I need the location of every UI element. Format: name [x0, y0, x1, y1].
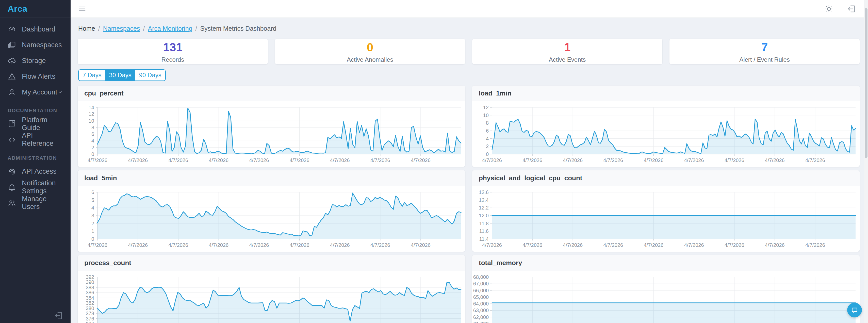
sidebar-item-namespaces[interactable]: Namespaces	[0, 37, 70, 53]
svg-text:382: 382	[86, 300, 94, 306]
chart-plot[interactable]: 3743763783803823843863883903924/7/20264/…	[78, 271, 465, 323]
range-button-30-days[interactable]: 30 Days	[105, 70, 135, 81]
fingerprint-icon	[8, 167, 16, 176]
svg-text:4/7/2026: 4/7/2026	[330, 157, 350, 163]
svg-text:4/7/2026: 4/7/2026	[482, 242, 502, 248]
stat-value: 0	[367, 41, 373, 53]
chart-title: process_count	[84, 259, 459, 267]
svg-text:386: 386	[86, 290, 94, 295]
stat-label: Records	[161, 56, 184, 63]
sidebar-item-label: Platform Guide	[22, 116, 63, 132]
svg-text:4/7/2026: 4/7/2026	[644, 242, 663, 248]
sidebar-item-label: API Access	[22, 168, 57, 175]
svg-text:4/7/2026: 4/7/2026	[88, 157, 107, 163]
svg-text:4/7/2026: 4/7/2026	[411, 157, 431, 163]
sidebar-item-api-reference[interactable]: API Reference	[0, 132, 70, 148]
sidebar-item-notification-settings[interactable]: Notification Settings	[0, 179, 70, 195]
svg-text:4/7/2026: 4/7/2026	[684, 157, 704, 163]
stat-card-active-anomalies: 0 Active Anomalies	[275, 39, 465, 64]
sidebar-collapse-icon[interactable]	[54, 311, 63, 320]
sidebar: Arca Dashboard Namespaces Storage	[0, 0, 70, 323]
chart-plot[interactable]: 61,00062,00063,00064,00065,00066,00067,0…	[472, 271, 860, 323]
svg-text:4/7/2026: 4/7/2026	[603, 157, 623, 163]
svg-text:4/7/2026: 4/7/2026	[370, 242, 390, 248]
sidebar-item-label: My Account	[22, 88, 57, 96]
sidebar-item-dashboard[interactable]: Dashboard	[0, 21, 70, 37]
chart-plot[interactable]: 0246810124/7/20264/7/20264/7/20264/7/202…	[472, 101, 860, 167]
sidebar-item-label: Namespaces	[22, 41, 62, 49]
svg-text:11.8: 11.8	[479, 221, 489, 226]
sidebar-item-platform-guide[interactable]: Platform Guide	[0, 116, 70, 132]
svg-text:2: 2	[91, 221, 94, 226]
chart-card-process-count: process_count 37437637838038238438638839…	[78, 255, 465, 323]
logout-icon[interactable]	[847, 4, 856, 13]
svg-text:10: 10	[89, 118, 94, 124]
svg-text:4: 4	[486, 136, 489, 142]
chart-title: load_5min	[84, 174, 459, 182]
brand-logo[interactable]: Arca	[0, 0, 70, 18]
chart-svg: 11.411.611.812.012.212.412.64/7/20264/7/…	[472, 186, 860, 252]
sidebar-item-manage-users[interactable]: Manage Users	[0, 195, 70, 211]
sidebar-section-administration: ADMINISTRATION	[0, 155, 70, 161]
stat-value: 131	[163, 41, 183, 53]
menu-icon[interactable]	[78, 4, 87, 13]
scrollbar-thumb[interactable]	[865, 8, 867, 158]
chart-svg: 0246810124/7/20264/7/20264/7/20264/7/202…	[472, 101, 860, 167]
time-range-selector: 7 Days 30 Days 90 Days	[78, 69, 166, 81]
chart-plot[interactable]: 11.411.611.812.012.212.412.64/7/20264/7/…	[472, 186, 860, 252]
topbar-divider	[840, 4, 840, 14]
svg-text:68,000: 68,000	[473, 274, 489, 280]
svg-text:390: 390	[86, 279, 94, 285]
stat-card-alert-event-rules: 7 Alert / Event Rules	[670, 39, 860, 64]
chart-header: process_count	[78, 255, 465, 271]
sidebar-item-storage[interactable]: Storage	[0, 53, 70, 68]
svg-text:4/7/2026: 4/7/2026	[765, 242, 785, 248]
sidebar-item-my-account[interactable]: My Account	[0, 84, 70, 100]
range-button-7-days[interactable]: 7 Days	[79, 70, 105, 81]
svg-text:4/7/2026: 4/7/2026	[805, 242, 825, 248]
svg-text:4/7/2026: 4/7/2026	[563, 157, 583, 163]
breadcrumb-arca-monitoring[interactable]: Arca Monitoring	[148, 25, 192, 32]
sidebar-item-api-access[interactable]: API Access	[0, 164, 70, 179]
page-scrollbar[interactable]	[864, 0, 868, 323]
chart-plot[interactable]: 01234564/7/20264/7/20264/7/20264/7/20264…	[78, 186, 465, 252]
svg-text:384: 384	[86, 295, 94, 301]
svg-text:4/7/2026: 4/7/2026	[128, 242, 148, 248]
sidebar-footer	[0, 308, 70, 323]
stats-row: 131 Records 0 Active Anomalies 1 Active …	[78, 39, 860, 64]
range-button-90-days[interactable]: 90 Days	[135, 70, 165, 81]
breadcrumb-namespaces[interactable]: Namespaces	[103, 25, 140, 32]
svg-text:4/7/2026: 4/7/2026	[724, 242, 744, 248]
page-content: Home / Namespaces / Arca Monitoring / Sy…	[70, 18, 864, 323]
sidebar-item-flow-alerts[interactable]: Flow Alerts	[0, 68, 70, 84]
breadcrumb-separator: /	[195, 25, 197, 32]
svg-text:4/7/2026: 4/7/2026	[603, 242, 623, 248]
svg-text:6: 6	[486, 128, 489, 134]
chart-plot[interactable]: 024681012144/7/20264/7/20264/7/20264/7/2…	[78, 101, 465, 167]
stat-label: Active Events	[549, 56, 586, 63]
breadcrumb: Home / Namespaces / Arca Monitoring / Sy…	[78, 25, 860, 32]
cloud-upload-icon	[8, 56, 16, 65]
svg-text:11.4: 11.4	[479, 236, 489, 242]
chart-svg: 61,00062,00063,00064,00065,00066,00067,0…	[472, 271, 860, 323]
svg-text:376: 376	[86, 316, 94, 321]
svg-text:3: 3	[91, 213, 94, 218]
chat-button[interactable]	[847, 303, 862, 317]
sidebar-section-documentation: DOCUMENTATION	[0, 108, 70, 114]
breadcrumb-separator: /	[143, 25, 145, 32]
svg-text:0: 0	[91, 151, 94, 157]
svg-text:4: 4	[91, 205, 94, 210]
svg-text:2: 2	[91, 145, 94, 150]
svg-text:4/7/2026: 4/7/2026	[482, 157, 502, 163]
svg-text:6: 6	[91, 131, 94, 137]
theme-sun-icon[interactable]	[824, 4, 834, 13]
svg-text:65,000: 65,000	[473, 294, 489, 300]
chart-title: load_1min	[479, 89, 853, 97]
svg-text:4/7/2026: 4/7/2026	[168, 242, 188, 248]
breadcrumb-home[interactable]: Home	[78, 25, 95, 32]
chart-header: total_memory	[472, 255, 860, 271]
svg-text:392: 392	[86, 274, 94, 280]
svg-text:8: 8	[486, 120, 489, 126]
svg-text:4/7/2026: 4/7/2026	[644, 157, 663, 163]
stat-card-records: 131 Records	[78, 39, 268, 64]
